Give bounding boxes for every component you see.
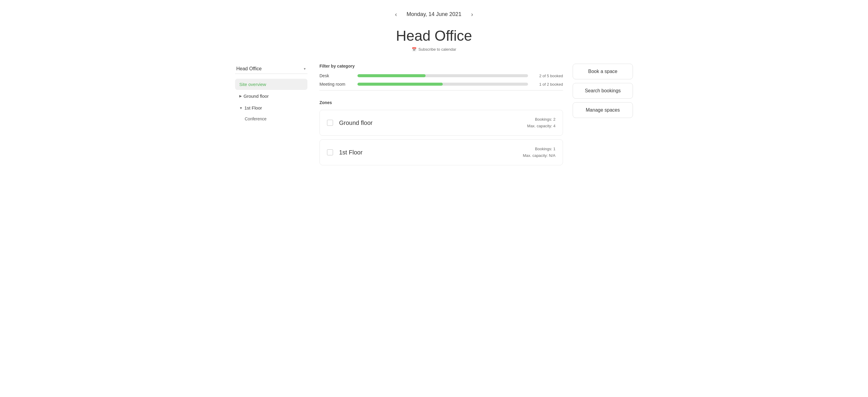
action-buttons: Book a space Search bookings Manage spac… — [572, 64, 633, 118]
filter-bar-meeting-room — [358, 83, 528, 86]
search-bookings-button[interactable]: Search bookings — [572, 83, 633, 98]
date-label: Monday, 14 June 2021 — [407, 11, 461, 18]
manage-spaces-button[interactable]: Manage spaces — [572, 102, 633, 118]
filter-bar-fill-desk — [358, 74, 426, 77]
date-nav: ‹ Monday, 14 June 2021 › — [393, 10, 475, 19]
zone-capacity-ground-floor: Max. capacity: 4 — [527, 123, 555, 130]
zone-card-ground-floor: Ground floor Bookings: 2 Max. capacity: … — [319, 110, 563, 136]
zone-meta-1st-floor: Bookings: 1 Max. capacity: N/A — [523, 146, 555, 159]
sidebar: Head Office ▾ Site overview ▶ Ground flo… — [235, 64, 307, 169]
sidebar-item-ground-floor-label: Ground floor — [244, 93, 269, 98]
subscribe-label: Subscribe to calendar — [418, 47, 456, 52]
subscribe-calendar-link[interactable]: 📅 Subscribe to calendar — [412, 47, 456, 52]
page-wrapper: ‹ Monday, 14 June 2021 › Head Office 📅 S… — [0, 0, 868, 187]
zones-title: Zones — [319, 100, 563, 105]
content-with-actions: Filter by category Desk 2 of 5 booked Me… — [319, 64, 633, 169]
zone-bookings-1st-floor: Bookings: 1 — [523, 146, 555, 152]
calendar-icon: 📅 — [412, 47, 416, 52]
zone-bookings-ground-floor: Bookings: 2 — [527, 116, 555, 123]
site-select-wrapper[interactable]: Head Office ▾ — [235, 64, 307, 74]
filter-row-meeting-room: Meeting room 1 of 2 booked — [319, 82, 563, 87]
sidebar-item-site-overview[interactable]: Site overview — [235, 79, 307, 90]
sidebar-item-1st-floor-label: 1st Floor — [244, 105, 262, 110]
book-space-button[interactable]: Book a space — [572, 64, 633, 79]
next-date-button[interactable]: › — [469, 10, 475, 19]
zone-meta-ground-floor: Bookings: 2 Max. capacity: 4 — [527, 116, 555, 130]
filter-bar-desk — [358, 74, 528, 77]
zone-checkbox-1st-floor[interactable] — [327, 149, 333, 155]
main-layout: Head Office ▾ Site overview ▶ Ground flo… — [223, 64, 645, 169]
filter-label-desk: Desk — [319, 73, 352, 78]
content-main: Filter by category Desk 2 of 5 booked Me… — [319, 64, 563, 169]
expand-1st-floor-icon: ▼ — [239, 106, 243, 110]
zone-name-ground-floor: Ground floor — [339, 119, 527, 126]
filter-title: Filter by category — [319, 64, 563, 68]
page-title: Head Office — [396, 27, 472, 44]
filter-count-desk: 2 of 5 booked — [533, 74, 563, 78]
sidebar-item-site-overview-label: Site overview — [239, 82, 266, 87]
filter-bar-fill-meeting-room — [358, 83, 443, 86]
zones-section: Zones Ground floor Bookings: 2 Max. capa… — [319, 100, 563, 165]
zone-card-1st-floor: 1st Floor Bookings: 1 Max. capacity: N/A — [319, 139, 563, 165]
zone-capacity-1st-floor: Max. capacity: N/A — [523, 152, 555, 159]
expand-ground-floor-icon: ▶ — [239, 94, 242, 98]
filter-count-meeting-room: 1 of 2 booked — [533, 82, 563, 87]
sidebar-subitem-conference[interactable]: Conference — [235, 114, 307, 124]
zone-checkbox-ground-floor[interactable] — [327, 120, 333, 126]
zone-name-1st-floor: 1st Floor — [339, 149, 523, 156]
filter-label-meeting-room: Meeting room — [319, 82, 352, 87]
site-select[interactable]: Head Office — [235, 64, 307, 74]
filter-row-desk: Desk 2 of 5 booked — [319, 73, 563, 78]
sidebar-nav: Site overview ▶ Ground floor ▼ 1st Floor… — [235, 79, 307, 124]
filter-section: Filter by category Desk 2 of 5 booked Me… — [319, 64, 563, 90]
sidebar-item-1st-floor[interactable]: ▼ 1st Floor — [235, 102, 307, 113]
prev-date-button[interactable]: ‹ — [393, 10, 399, 19]
sidebar-subitem-conference-label: Conference — [245, 116, 267, 121]
filter-divider — [319, 90, 563, 90]
sidebar-item-ground-floor[interactable]: ▶ Ground floor — [235, 90, 307, 102]
